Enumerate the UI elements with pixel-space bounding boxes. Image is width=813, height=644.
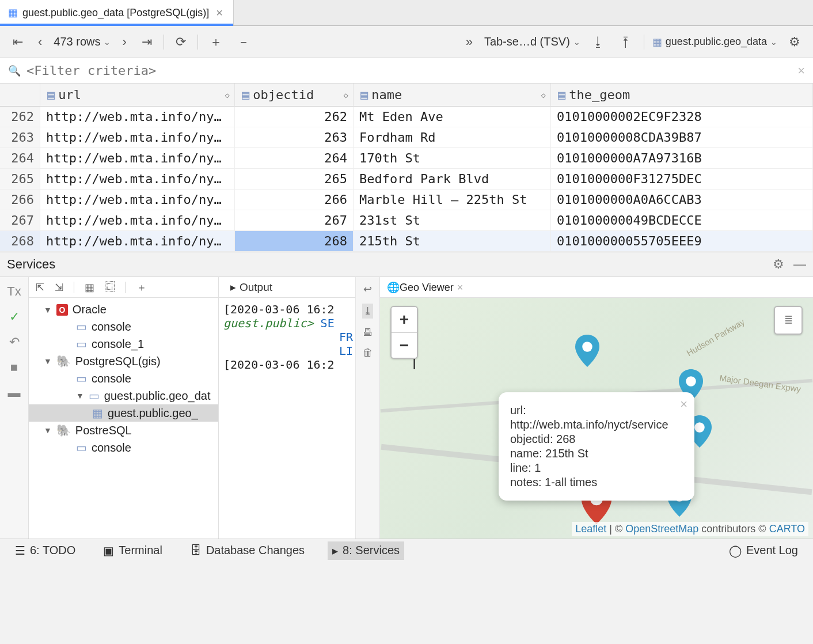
remove-row-button[interactable]: － bbox=[234, 32, 253, 52]
cell-objectid[interactable]: 265 bbox=[235, 169, 354, 190]
print-icon[interactable]: 🖶 bbox=[363, 327, 373, 339]
column-header-name[interactable]: ▤name◇ bbox=[354, 84, 551, 107]
trash-icon[interactable]: 🗑 bbox=[363, 347, 373, 359]
cell-url[interactable]: http://web.mta.info/ny… bbox=[40, 169, 235, 190]
cell-name[interactable]: 215th St bbox=[354, 231, 551, 252]
tree-node-postgres-gis[interactable]: ▼🐘PostgreSQL(gis) bbox=[29, 353, 218, 370]
close-icon[interactable]: × bbox=[214, 6, 225, 20]
settings-button[interactable]: ⚙ bbox=[785, 33, 804, 51]
db-changes-tab[interactable]: 🗄Database Changes bbox=[185, 541, 309, 559]
cell-name[interactable]: 170th St bbox=[354, 148, 551, 169]
expand-icon[interactable]: ⇱ bbox=[36, 281, 44, 294]
cell-url[interactable]: http://web.mta.info/ny… bbox=[40, 210, 235, 231]
cell-objectid[interactable]: 263 bbox=[235, 127, 354, 148]
cell-geom[interactable]: 0101000000A7A97316B bbox=[551, 148, 813, 169]
event-log-tab[interactable]: ◯Event Log bbox=[724, 541, 803, 560]
download-button[interactable]: ⭳ bbox=[588, 33, 608, 51]
sort-icon[interactable]: ◇ bbox=[541, 90, 546, 100]
cell-geom[interactable]: 01010000008CDA39B87 bbox=[551, 127, 813, 148]
cell-name[interactable]: Marble Hill – 225th St bbox=[354, 190, 551, 210]
tree-node-console[interactable]: ▭console bbox=[29, 318, 218, 335]
layout-icon[interactable]: ▬ bbox=[8, 385, 21, 400]
cell-geom[interactable]: 01010000002EC9F2328 bbox=[551, 107, 813, 127]
services-tab[interactable]: ▸8: Services bbox=[328, 541, 404, 560]
carto-link[interactable]: CARTO bbox=[769, 523, 805, 535]
zoom-out-button[interactable]: − bbox=[392, 332, 417, 358]
column-header-objectid[interactable]: ▤objectid◇ bbox=[235, 84, 354, 107]
cell-url[interactable]: http://web.mta.info/ny… bbox=[40, 190, 235, 210]
add-row-button[interactable]: ＋ bbox=[206, 32, 226, 52]
tree-node-geo-data[interactable]: ▼▭guest.public.geo_dat bbox=[29, 387, 218, 404]
tree-node-console[interactable]: ▭console bbox=[29, 370, 218, 387]
scroll-icon[interactable]: ⤓ bbox=[362, 304, 373, 319]
transaction-icon[interactable]: Tx bbox=[7, 284, 21, 299]
cell-name[interactable]: Fordham Rd bbox=[354, 127, 551, 148]
terminal-tab[interactable]: ▣Terminal bbox=[98, 541, 167, 560]
cell-url[interactable]: http://web.mta.info/ny… bbox=[40, 148, 235, 169]
zoom-in-button[interactable]: + bbox=[392, 307, 417, 332]
osm-link[interactable]: OpenStreetMap bbox=[625, 523, 698, 535]
more-button[interactable]: » bbox=[462, 33, 476, 51]
column-label: the_geom bbox=[569, 88, 630, 102]
datasource-tree: ▼OOracle ▭console ▭console_1 ▼🐘PostgreSQ… bbox=[29, 298, 219, 456]
oracle-icon: O bbox=[56, 304, 68, 316]
output-tab[interactable]: ▸Output bbox=[225, 278, 278, 296]
output-console[interactable]: [2020-03-06 16:2 guest.public> SE FR LI … bbox=[219, 298, 355, 539]
stop-icon[interactable]: ■ bbox=[10, 360, 18, 375]
sort-icon[interactable]: ◇ bbox=[225, 90, 230, 100]
filter-input[interactable] bbox=[26, 63, 792, 78]
console-icon: ▭ bbox=[76, 320, 87, 334]
cell-objectid[interactable]: 266 bbox=[235, 190, 354, 210]
close-icon[interactable]: × bbox=[680, 397, 687, 412]
leaflet-link[interactable]: Leaflet bbox=[575, 523, 606, 535]
todo-tab[interactable]: ☰6: TODO bbox=[10, 541, 80, 560]
cell-url[interactable]: http://web.mta.info/ny… bbox=[40, 127, 235, 148]
grid-icon[interactable]: ▦ bbox=[85, 281, 94, 294]
cell-objectid[interactable]: 267 bbox=[235, 210, 354, 231]
tree-node-console[interactable]: ▭console_1 bbox=[29, 335, 218, 353]
tree-node-oracle[interactable]: ▼OOracle bbox=[29, 301, 218, 318]
close-icon[interactable]: × bbox=[454, 282, 464, 293]
upload-button[interactable]: ⭱ bbox=[616, 33, 636, 51]
tree-node-postgres[interactable]: ▼🐘PostreSQL bbox=[29, 422, 218, 439]
export-format-dropdown[interactable]: Tab-se…d (TSV) ⌄ bbox=[484, 35, 580, 48]
cell-name[interactable]: Mt Eden Ave bbox=[354, 107, 551, 127]
gear-icon[interactable]: ⚙ bbox=[773, 257, 784, 272]
cell-geom[interactable]: 010100000055705EEE9 bbox=[551, 231, 813, 252]
cell-objectid[interactable]: 264 bbox=[235, 148, 354, 169]
commit-icon[interactable]: ✓ bbox=[9, 309, 20, 324]
cell-name[interactable]: Bedford Park Blvd bbox=[354, 169, 551, 190]
panel-icon[interactable]: ⿴ bbox=[105, 281, 115, 293]
map-marker[interactable] bbox=[575, 335, 600, 367]
cell-objectid[interactable]: 268 bbox=[235, 231, 354, 252]
collapse-icon[interactable]: ⇲ bbox=[55, 281, 63, 294]
datasource-dropdown[interactable]: ▦ guest.public.geo_data ⌄ bbox=[652, 36, 777, 48]
next-page-button[interactable]: › bbox=[119, 33, 130, 51]
clear-filter-icon[interactable]: × bbox=[797, 63, 805, 78]
cell-geom[interactable]: 0101000000F31275DEC bbox=[551, 169, 813, 190]
cell-objectid[interactable]: 262 bbox=[235, 107, 354, 127]
minimize-icon[interactable]: — bbox=[793, 257, 806, 272]
layers-button[interactable]: ≣ bbox=[774, 306, 803, 335]
prev-page-button[interactable]: ‹ bbox=[35, 33, 45, 51]
cell-url[interactable]: http://web.mta.info/ny… bbox=[40, 231, 235, 252]
cell-url[interactable]: http://web.mta.info/ny… bbox=[40, 107, 235, 127]
column-header-geom[interactable]: ▤the_geom bbox=[551, 84, 813, 107]
add-icon[interactable]: ＋ bbox=[136, 281, 147, 294]
row-count-dropdown[interactable]: 473 rows ⌄ bbox=[54, 35, 111, 48]
cell-geom[interactable]: 0101000000A0A6CCAB3 bbox=[551, 190, 813, 210]
first-page-button[interactable]: ⇤ bbox=[9, 33, 26, 51]
wrap-icon[interactable]: ↩ bbox=[363, 283, 372, 296]
cell-geom[interactable]: 010100000049BCDECCE bbox=[551, 210, 813, 231]
tree-node-console[interactable]: ▭console bbox=[29, 439, 218, 456]
reload-button[interactable]: ⟳ bbox=[172, 33, 189, 51]
column-header-url[interactable]: ▤url◇ bbox=[40, 84, 235, 107]
cell-name[interactable]: 231st St bbox=[354, 210, 551, 231]
sort-icon[interactable]: ◇ bbox=[344, 90, 348, 100]
tree-node-geo-data-table[interactable]: ▦guest.public.geo_ bbox=[29, 404, 218, 422]
geo-viewer-tab[interactable]: 🌐Geo Viewer× bbox=[387, 281, 463, 294]
rollback-icon[interactable]: ↶ bbox=[9, 335, 20, 350]
tab-geo-data[interactable]: ▦ guest.public.geo_data [PostgreSQL(gis)… bbox=[0, 0, 234, 25]
map-canvas[interactable]: Hudson Parkway Major Deegan Expwy + − ≣ … bbox=[380, 298, 813, 539]
last-page-button[interactable]: ⇥ bbox=[138, 33, 155, 51]
